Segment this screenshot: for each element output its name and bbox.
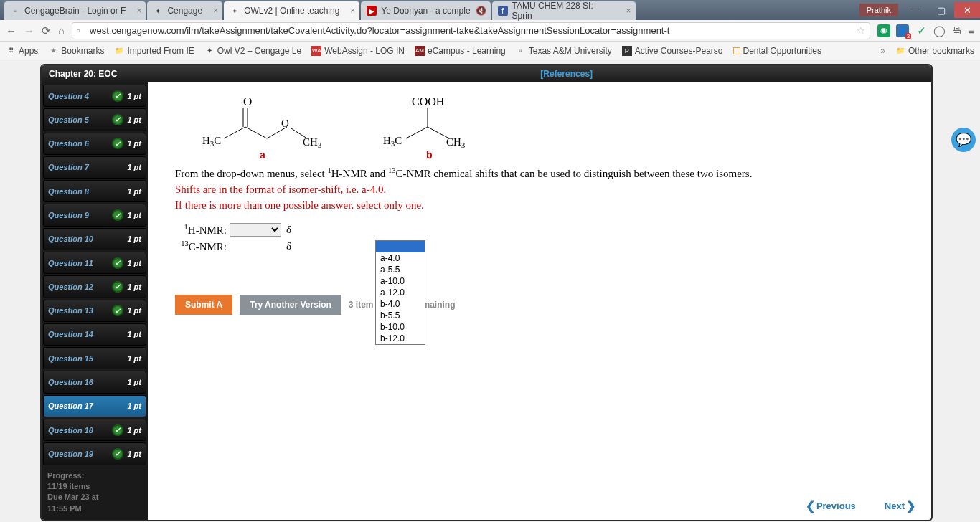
dropdown-option[interactable]: b-12.0 xyxy=(376,333,425,344)
question-item[interactable]: Question 11✓1 pt xyxy=(43,252,146,274)
reload-button[interactable]: ⟳ xyxy=(42,24,51,37)
dropdown-option[interactable]: a-12.0 xyxy=(376,287,425,298)
bookmarks-overflow[interactable]: » xyxy=(880,46,885,56)
dropdown-option[interactable]: a-5.5 xyxy=(376,264,425,275)
check-icon: ✓ xyxy=(112,90,123,102)
ext-icon[interactable]: ◉ xyxy=(877,24,890,37)
speaker-icon[interactable]: 🔇 xyxy=(476,6,486,16)
minimize-button[interactable]: — xyxy=(903,2,928,18)
question-item[interactable]: Question 101 pt xyxy=(43,228,146,250)
molecule-a: O H3C O CH3 a xyxy=(175,92,333,161)
star-icon[interactable]: ☆ xyxy=(857,25,865,36)
bookmark-item[interactable]: ★Bookmarks xyxy=(48,46,104,56)
close-icon[interactable]: × xyxy=(350,6,355,16)
maximize-button[interactable]: ▢ xyxy=(928,2,954,18)
question-item[interactable]: Question 161 pt xyxy=(43,371,146,393)
check-icon: ✓ xyxy=(112,257,123,269)
progress-block: Progress: 11/19 items Due Mar 23 at 11:5… xyxy=(43,466,146,516)
question-item[interactable]: Question 13✓1 pt xyxy=(43,300,146,322)
question-item[interactable]: Question 141 pt xyxy=(43,323,146,346)
dropdown-option[interactable]: b-4.0 xyxy=(376,298,425,310)
question-item[interactable]: Question 151 pt xyxy=(43,347,146,369)
delta-symbol: δ xyxy=(286,240,291,252)
close-icon[interactable]: × xyxy=(626,6,631,16)
hnmr-select[interactable] xyxy=(230,223,281,237)
url-bar[interactable]: ▫west.cengagenow.com/ilrn/takeAssignment… xyxy=(72,22,870,39)
page-icon: ✦ xyxy=(230,6,240,16)
page-icon: ▫ xyxy=(10,6,20,16)
youtube-icon: ▶ xyxy=(367,6,377,16)
question-item[interactable]: Question 9✓1 pt xyxy=(43,204,146,226)
ext-icon[interactable]: ✓ xyxy=(915,24,928,37)
next-link[interactable]: Next❯ xyxy=(885,499,915,513)
hnmr-label: 1H-NMR: xyxy=(175,223,227,237)
bookmark-item[interactable]: ✦Owl V2 – Cengage Le xyxy=(204,46,301,56)
delta-symbol: δ xyxy=(286,224,291,236)
bookmark-item[interactable]: Dental Opportunities xyxy=(733,46,821,56)
tab-owlv2[interactable]: ✦OWLv2 | Online teaching× xyxy=(224,1,359,20)
check-icon: ✓ xyxy=(112,138,123,149)
svg-text:a: a xyxy=(260,149,265,161)
forward-button[interactable]: → xyxy=(24,24,34,37)
svg-text:H3C: H3C xyxy=(383,135,402,148)
frame-header: Chapter 20: EOC [References] xyxy=(42,65,931,82)
svg-text:CH3: CH3 xyxy=(446,136,466,149)
check-icon: ✓ xyxy=(112,448,123,460)
dropdown-option[interactable]: a-10.0 xyxy=(376,275,425,287)
question-sidebar: Question 4✓1 ptQuestion 5✓1 ptQuestion 6… xyxy=(42,82,148,520)
svg-line-3 xyxy=(224,127,245,138)
bookmark-apps[interactable]: ⠿Apps xyxy=(6,46,38,56)
tab-youtube[interactable]: ▶Ye Dooriyan - a comple🔇 xyxy=(361,1,490,20)
help-bubble[interactable]: 💬 xyxy=(951,128,976,152)
back-button[interactable]: ← xyxy=(6,24,17,37)
bookmark-item[interactable]: AMeCampus - Learning xyxy=(415,46,506,56)
close-icon[interactable]: × xyxy=(213,6,218,16)
submit-button[interactable]: Submit A xyxy=(175,295,232,315)
bookmark-item[interactable]: ▫Texas A&M University xyxy=(516,46,612,56)
question-item[interactable]: Question 12✓1 pt xyxy=(43,275,146,298)
question-item[interactable]: Question 18✓1 pt xyxy=(43,419,146,441)
ext-icon[interactable]: ◯ xyxy=(933,24,946,37)
close-window-button[interactable]: ✕ xyxy=(954,2,980,18)
check-icon: ✓ xyxy=(112,305,123,316)
other-bookmarks[interactable]: 📁Other bookmarks xyxy=(895,46,974,56)
check-icon: ✓ xyxy=(112,114,123,125)
dropdown-option[interactable]: b-5.5 xyxy=(376,310,425,321)
hnmr-dropdown-list[interactable]: a-4.0a-5.5a-10.0a-12.0b-4.0b-5.5b-10.0b-… xyxy=(375,240,425,345)
references-link[interactable]: [References] xyxy=(540,69,593,79)
chapter-title: Chapter 20: EOC xyxy=(49,69,117,79)
bookmark-item[interactable]: WAWebAssign - LOG IN xyxy=(311,46,405,56)
question-item[interactable]: Question 71 pt xyxy=(43,156,146,179)
previous-link[interactable]: ❮Previous xyxy=(806,499,856,513)
question-item[interactable]: Question 171 pt xyxy=(43,395,146,417)
tab-facebook[interactable]: fTAMU CHEM 228 SI: Sprin× xyxy=(492,1,636,20)
tab-cengage[interactable]: ✦Cengage× xyxy=(147,1,222,20)
browser-toolbar: ← → ⟳ ⌂ ▫west.cengagenow.com/ilrn/takeAs… xyxy=(0,20,980,42)
question-item[interactable]: Question 19✓1 pt xyxy=(43,442,146,465)
molecule-b: COOH H3C CH3 b xyxy=(369,92,498,161)
question-item[interactable]: Question 81 pt xyxy=(43,180,146,202)
svg-text:COOH: COOH xyxy=(412,95,445,108)
svg-text:CH3: CH3 xyxy=(303,136,322,149)
svg-text:O: O xyxy=(243,95,252,108)
tab-cengagebrain[interactable]: ▫CengageBrain - Login or F× xyxy=(4,1,146,20)
try-another-button[interactable]: Try Another Version xyxy=(240,295,341,315)
close-icon[interactable]: × xyxy=(136,6,141,16)
bookmark-item[interactable]: 📁Imported From IE xyxy=(114,46,194,56)
print-icon[interactable]: 🖶 xyxy=(951,24,962,37)
dropdown-option[interactable] xyxy=(376,241,425,252)
svg-line-13 xyxy=(406,127,428,138)
dropdown-option[interactable]: a-4.0 xyxy=(376,252,425,264)
user-badge[interactable]: Prathik xyxy=(859,4,898,16)
ext-icon[interactable]: 👤3 xyxy=(896,24,909,37)
question-item[interactable]: Question 5✓1 pt xyxy=(43,108,146,130)
instruction-text: From the drop-down menus, select 1H-NMR … xyxy=(175,165,917,213)
question-item[interactable]: Question 4✓1 pt xyxy=(43,85,146,107)
page-icon: ▫ xyxy=(77,25,87,36)
dropdown-option[interactable]: b-10.0 xyxy=(376,321,425,333)
menu-icon[interactable]: ≡ xyxy=(968,24,974,37)
bookmark-item[interactable]: PActive Courses-Pearso xyxy=(622,46,723,56)
assignment-frame: Chapter 20: EOC [References] Question 4✓… xyxy=(40,64,933,521)
question-item[interactable]: Question 6✓1 pt xyxy=(43,133,146,155)
home-button[interactable]: ⌂ xyxy=(58,24,65,37)
